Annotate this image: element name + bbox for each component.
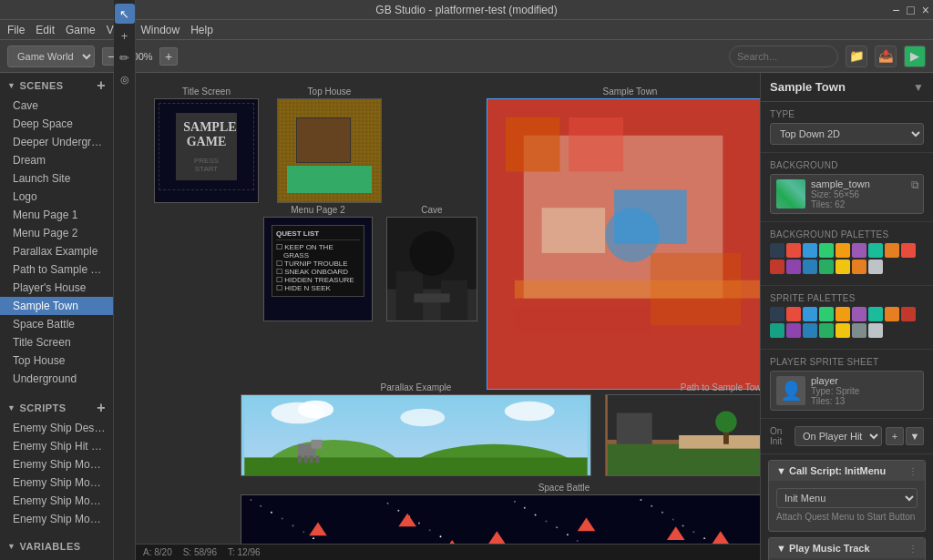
sprite-palette-swatch-4[interactable] <box>836 307 850 321</box>
type-select[interactable]: Top Down 2D <box>770 123 924 145</box>
call-script-header[interactable]: ▼ Call Script: InitMenu ⋮ <box>769 461 925 481</box>
sidebar-item-title-screen[interactable]: Title Screen <box>0 333 113 351</box>
search-input[interactable] <box>729 46 838 67</box>
on-init-options-button[interactable]: ▼ <box>906 427 924 445</box>
bg-palette-swatch-4[interactable] <box>836 243 850 258</box>
menu-window[interactable]: Window <box>141 24 180 36</box>
sprite-palette-swatch-0[interactable] <box>770 307 784 321</box>
sprite-palette-swatch-5[interactable] <box>852 307 866 321</box>
menu-edit[interactable]: Edit <box>36 24 55 36</box>
sidebar-item-underground[interactable]: Underground <box>0 370 113 388</box>
sprite-palette-swatch-12[interactable] <box>819 323 834 338</box>
sprite-palette-swatch-10[interactable] <box>786 323 801 338</box>
scene-card-path-sample-town[interactable]: Path to Sample Town <box>605 382 760 476</box>
bg-palette-swatch-5[interactable] <box>852 243 866 258</box>
sidebar-script-item[interactable]: Enemy Ship Movement Dia... <box>0 473 113 492</box>
call-script-select[interactable]: Init Menu <box>776 488 918 508</box>
sprite-palette-swatch-14[interactable] <box>852 323 866 338</box>
minimize-btn[interactable]: − <box>892 3 899 17</box>
on-init-select[interactable]: On Player Hit <box>795 426 882 446</box>
scene-card-cave[interactable]: Cave <box>386 205 477 321</box>
sprite-palette-swatch-1[interactable] <box>786 307 801 321</box>
scene-card-sample-town[interactable]: Sample Town <box>487 87 760 390</box>
add-script-button[interactable]: + <box>97 401 106 415</box>
player-sprite-name: player <box>811 375 918 386</box>
sprite-palette-swatch-3[interactable] <box>819 307 834 321</box>
sidebar-script-item[interactable]: Enemy Ship Movement Dia... <box>0 492 113 510</box>
bg-palette-swatch-10[interactable] <box>786 260 801 274</box>
canvas-area[interactable]: Title Screen SAMPLE GAME PRESS START Top… <box>136 73 760 560</box>
sidebar-item-deeper-underground[interactable]: Deeper Underground <box>0 133 113 151</box>
folder-button[interactable]: 📁 <box>846 46 867 67</box>
select-tool-button[interactable]: ↖ <box>115 4 135 24</box>
scripts-chevron: ▼ <box>7 403 15 412</box>
sidebar-item-player's-house[interactable]: Player's House <box>0 279 113 297</box>
sidebar-item-cave[interactable]: Cave <box>0 97 113 115</box>
panel-header: Sample Town ▼ <box>761 73 933 102</box>
sprite-palette-swatch-13[interactable] <box>836 323 850 338</box>
svg-point-87 <box>692 531 694 533</box>
menu-file[interactable]: File <box>7 24 25 36</box>
export-button[interactable]: 📤 <box>875 46 897 67</box>
maximize-btn[interactable]: □ <box>907 3 914 17</box>
bg-palette-swatch-2[interactable] <box>803 243 817 258</box>
play-music-header[interactable]: ▼ Play Music Track ⋮ <box>769 538 925 558</box>
zoom-in-button[interactable]: + <box>159 47 178 66</box>
sidebar-item-sample-town[interactable]: Sample Town <box>0 297 113 315</box>
sidebar-variable-item[interactable]: Pushed Ice Block <box>0 555 113 560</box>
sidebar-item-menu-page-2[interactable]: Menu Page 2 <box>0 224 113 242</box>
scene-card-menu-page-2[interactable]: Menu Page 2 QUEST LIST ☐ KEEP ON THE GRA… <box>263 205 373 321</box>
sprite-palette-swatch-2[interactable] <box>803 307 817 321</box>
sidebar-item-dream[interactable]: Dream <box>0 151 113 169</box>
play-button[interactable]: ▶ <box>904 46 926 67</box>
sidebar-item-parallax-example[interactable]: Parallax Example <box>0 242 113 260</box>
bg-palette-swatch-6[interactable] <box>868 243 883 258</box>
bg-palette-swatch-11[interactable] <box>803 260 817 274</box>
scene-content-title-screen: SAMPLE GAME PRESS START <box>154 98 259 203</box>
scene-card-parallax-example[interactable]: Parallax Example <box>241 382 591 476</box>
sidebar-item-menu-page-1[interactable]: Menu Page 1 <box>0 206 113 224</box>
bg-palette-swatch-13[interactable] <box>836 260 850 274</box>
sidebar-item-launch-site[interactable]: Launch Site <box>0 169 113 188</box>
sprite-palette-swatch-7[interactable] <box>885 307 899 321</box>
sidebar-item-logo[interactable]: Logo <box>0 188 113 206</box>
sprite-palette-swatch-8[interactable] <box>901 307 916 321</box>
sidebar-script-item[interactable]: Enemy Ship Movement Dia... <box>0 455 113 473</box>
color-tool-button[interactable]: ◎ <box>115 69 135 89</box>
scene-card-top-house[interactable]: Top House <box>277 87 382 203</box>
close-btn[interactable]: × <box>922 3 929 17</box>
on-init-add-button[interactable]: + <box>886 427 904 445</box>
bg-palette-swatch-7[interactable] <box>885 243 899 258</box>
sprite-palette-swatch-9[interactable] <box>770 323 784 338</box>
menubar: File Edit Game View Window Help <box>0 20 933 40</box>
bg-palette-swatch-0[interactable] <box>770 243 784 258</box>
svg-rect-9 <box>515 308 651 335</box>
draw-tool-button[interactable]: ✏ <box>115 47 135 67</box>
bg-palette-swatch-12[interactable] <box>819 260 834 274</box>
background-copy-button[interactable]: ⧉ <box>911 178 919 191</box>
bg-palette-swatch-15[interactable] <box>868 260 883 274</box>
add-tool-button[interactable]: + <box>115 25 135 46</box>
sprite-palette-swatch-6[interactable] <box>868 307 883 321</box>
add-scene-button[interactable]: + <box>97 78 106 93</box>
sidebar-item-path-to-sample-town[interactable]: Path to Sample Town <box>0 260 113 279</box>
world-select[interactable]: Game World <box>7 46 95 67</box>
sidebar-item-space-battle[interactable]: Space Battle <box>0 315 113 333</box>
scene-card-title-screen[interactable]: Title Screen SAMPLE GAME PRESS START <box>154 87 259 203</box>
bg-palette-swatch-14[interactable] <box>852 260 866 274</box>
sidebar-item-deep-space[interactable]: Deep Space <box>0 115 113 133</box>
sidebar-item-top-house[interactable]: Top House <box>0 351 113 370</box>
menu-game[interactable]: Game <box>66 24 96 36</box>
menu-help[interactable]: Help <box>190 24 213 36</box>
svg-rect-35 <box>316 455 320 463</box>
player-sprite-info: player Type: Sprite Tiles: 13 <box>811 375 918 406</box>
sidebar-script-item[interactable]: Enemy Ship Movement Ver... <box>0 510 113 528</box>
sprite-palette-swatch-15[interactable] <box>868 323 883 338</box>
bg-palette-swatch-8[interactable] <box>901 243 916 258</box>
bg-palette-swatch-9[interactable] <box>770 260 784 274</box>
sidebar-script-item[interactable]: Enemy Ship Destroy <box>0 419 113 437</box>
bg-palette-swatch-3[interactable] <box>819 243 834 258</box>
bg-palette-swatch-1[interactable] <box>786 243 801 258</box>
sidebar-script-item[interactable]: Enemy Ship Hit Player <box>0 437 113 455</box>
sprite-palette-swatch-11[interactable] <box>803 323 817 338</box>
